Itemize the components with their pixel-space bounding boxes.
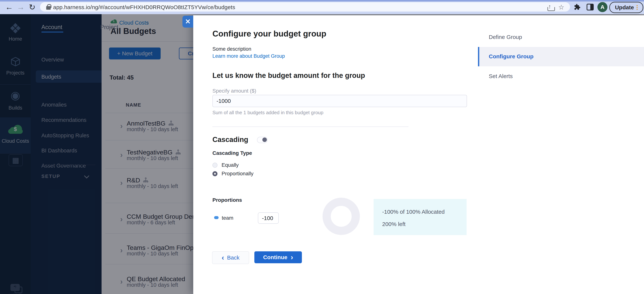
side-panel-icon[interactable] bbox=[586, 4, 594, 10]
cascading-heading: Cascading bbox=[212, 136, 248, 144]
bookmark-star-icon[interactable]: ☆ bbox=[558, 3, 564, 11]
url-text[interactable]: app.harness.io/ng/#/account/wFHXHD0RRQWo… bbox=[53, 4, 235, 10]
radio-circle-icon[interactable] bbox=[212, 171, 218, 176]
amount-helper: Sum of all the 1 budgets added in this b… bbox=[212, 110, 324, 116]
continue-label: Continue bbox=[263, 254, 287, 260]
lock-icon bbox=[46, 6, 51, 10]
step-configure-group-label: Configure Group bbox=[489, 53, 534, 60]
app-root: $ Cloud Costs › All Budgets + New Budget… bbox=[0, 14, 644, 294]
browser-top-strip bbox=[0, 0, 644, 2]
radio-equally-label: Equally bbox=[222, 162, 239, 168]
radio-proportionally[interactable]: Proportionally bbox=[212, 170, 254, 177]
modal-description: Some description bbox=[212, 46, 252, 52]
proportion-input[interactable] bbox=[258, 212, 279, 224]
modal-title: Configure your budget group bbox=[212, 29, 326, 38]
step-set-alerts[interactable]: Set Alerts bbox=[489, 73, 513, 79]
radio-proportionally-label: Proportionally bbox=[222, 171, 254, 176]
allocation-donut-chart bbox=[322, 198, 360, 235]
browser-forward-icon: → bbox=[17, 2, 24, 12]
allocation-left-line: 200% left bbox=[382, 221, 406, 227]
cascading-type-label: Cascading Type bbox=[212, 150, 252, 156]
allocation-line: -100% of 100% Allocated bbox=[382, 209, 444, 215]
proportions-label: Proportions bbox=[212, 197, 242, 203]
amount-label: Specify amount ($) bbox=[212, 88, 256, 94]
allocation-info-panel: -100% of 100% Allocated 200% left bbox=[374, 199, 466, 235]
toggle-knob bbox=[262, 138, 267, 142]
cascading-toggle[interactable] bbox=[257, 137, 268, 143]
back-button[interactable]: ‹ Back bbox=[212, 251, 249, 264]
browser-back-icon[interactable]: ← bbox=[5, 2, 13, 12]
back-label: Back bbox=[227, 254, 240, 261]
learn-more-link[interactable]: Learn more about Budget Group bbox=[212, 53, 285, 59]
extensions-puzzle-icon[interactable] bbox=[573, 3, 581, 11]
update-label: Update bbox=[615, 4, 634, 10]
browser-chrome: ← → ↻ app.harness.io/ng/#/account/wFHXHD… bbox=[0, 0, 644, 14]
team-color-dot bbox=[214, 216, 218, 219]
avatar[interactable]: A bbox=[598, 2, 608, 12]
share-icon bbox=[548, 7, 555, 11]
amount-heading: Let us know the budget amount for the gr… bbox=[212, 72, 365, 80]
radio-equally[interactable]: Equally bbox=[212, 162, 239, 168]
amount-input[interactable] bbox=[212, 95, 467, 107]
configure-budget-group-modal: ✕ Configure your budget group Some descr… bbox=[193, 15, 644, 294]
avatar-initial: A bbox=[600, 4, 604, 10]
proportion-row-name: team bbox=[222, 215, 233, 221]
continue-button[interactable]: Continue › bbox=[254, 251, 302, 263]
section-divider bbox=[212, 126, 408, 127]
update-button[interactable]: Update bbox=[609, 2, 643, 13]
menu-dots-icon bbox=[636, 4, 638, 10]
radio-circle-icon[interactable] bbox=[212, 163, 218, 168]
browser-reload-icon[interactable]: ↻ bbox=[29, 2, 36, 12]
close-icon[interactable]: ✕ bbox=[182, 16, 193, 28]
step-define-group[interactable]: Define Group bbox=[489, 34, 522, 40]
